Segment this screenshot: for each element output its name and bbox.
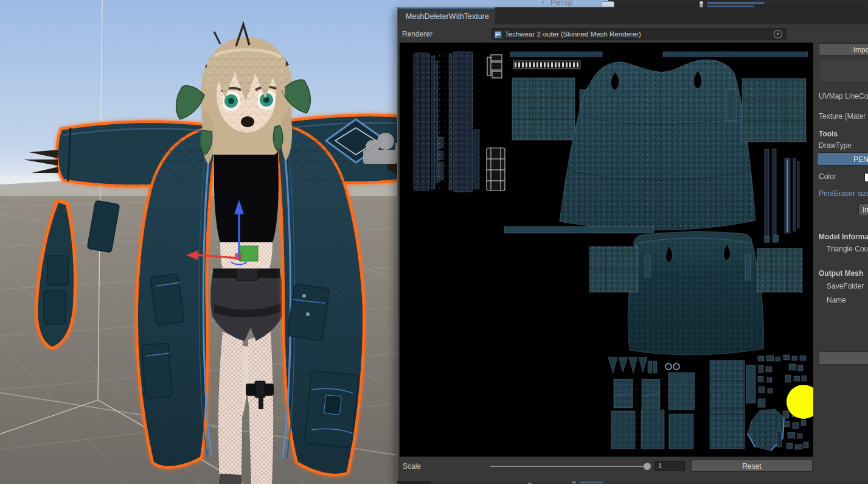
import-button[interactable]: Impo: [819, 43, 868, 55]
uv-panel: [589, 247, 638, 292]
uv-pennants: [608, 357, 657, 373]
hierarchy-item-text[interactable]: [580, 482, 603, 483]
scale-bar: Scale 1 Reset: [398, 457, 868, 475]
scene-render: [0, 0, 399, 484]
window-tab-bar: MeshDeleterWithTexture: [398, 7, 868, 24]
uv-map: [400, 43, 813, 457]
scene-sky-sliver: [397, 0, 608, 7]
renderer-row: Renderer Techwear 2-outer (Skinned Mesh …: [398, 24, 868, 45]
uv-thin-strip: [663, 52, 808, 57]
scene-view[interactable]: [0, 0, 399, 484]
renderer-object-value: Techwear 2-outer (Skinned Mesh Renderer): [505, 29, 641, 40]
texture-preview-box: [819, 58, 868, 83]
panel-divider: [397, 481, 431, 484]
hierarchy-item-text[interactable]: [707, 2, 765, 4]
scene-gizmo-axis-icon[interactable]: ‹: [542, 0, 544, 6]
savefolder-label: SaveFolder: [827, 282, 864, 290]
uv-small-rect: [726, 89, 736, 121]
unity-editor: ‹ Persp MeshDeleterWithTexture Renderer …: [0, 0, 868, 484]
uv-edge-strips: [765, 149, 799, 242]
scale-label: Scale: [403, 462, 421, 471]
pen-color-swatch[interactable]: [864, 173, 868, 182]
uv-panel: [742, 79, 806, 142]
texture-material-label: Texture (Mater: [819, 112, 866, 121]
name-label: Name: [827, 296, 846, 304]
renderer-object-field[interactable]: Techwear 2-outer (Skinned Mesh Renderer): [491, 28, 786, 40]
editor-bottom-strip: +: [397, 481, 868, 484]
mouth: [241, 116, 254, 127]
reset-button[interactable]: Reset: [691, 460, 813, 472]
action-button[interactable]: [819, 351, 868, 365]
uv-large-panel: [710, 360, 745, 449]
drawtype-label: DrawType: [819, 141, 852, 150]
scene-gizmo-cube-icon[interactable]: [601, 1, 614, 7]
uvmap-linecolor-label: UVMap LineCo: [819, 92, 868, 100]
gizmo-plane-handle[interactable]: [240, 246, 258, 261]
uv-hem-strip: [504, 226, 654, 233]
mesh-deleter-window: MeshDeleterWithTexture Renderer Techwear…: [397, 7, 868, 481]
uv-coat-lining: [628, 231, 763, 355]
scale-slider-track[interactable]: [490, 466, 647, 467]
uv-pocket-panels: [611, 373, 695, 449]
inverse-button[interactable]: Inv: [858, 203, 868, 216]
scale-slider-handle[interactable]: [644, 463, 651, 470]
model-information-header: Model Informa: [819, 233, 868, 241]
renderer-label: Renderer: [402, 30, 432, 38]
shoe-left: [219, 474, 241, 484]
uv-checkered-strip: [513, 61, 580, 69]
editor-top-strip: ‹ Persp: [397, 0, 868, 7]
add-icon[interactable]: +: [528, 481, 532, 484]
uv-ring: [665, 363, 672, 370]
uv-buckle-parts: [487, 55, 505, 191]
pen-eraser-size-label[interactable]: Pen/Eraser size: [819, 189, 868, 198]
output-mesh-header: Output Mesh: [819, 269, 863, 278]
tab-mesh-deleter-with-texture[interactable]: MeshDeleterWithTexture: [398, 7, 495, 24]
uv-thin-strip: [510, 52, 602, 57]
uv-small-panel: [746, 365, 755, 403]
tools-header: Tools: [819, 130, 838, 138]
uv-coat-outer: [560, 60, 755, 230]
skinned-mesh-renderer-icon: [495, 31, 502, 38]
uv-panel: [757, 248, 802, 292]
scale-value-field[interactable]: 1: [654, 461, 685, 471]
scene-gizmo-persp-label[interactable]: Persp: [550, 0, 572, 7]
triangle-count-label: Triangle Cou: [827, 245, 868, 253]
uv-ring: [673, 363, 679, 370]
color-label: Color: [819, 172, 836, 181]
uv-strap-strips: [414, 52, 479, 192]
object-picker-icon[interactable]: [774, 30, 782, 38]
uv-panel: [512, 78, 575, 140]
pen-tool-button[interactable]: PEN: [817, 152, 868, 166]
mesh-icon: [572, 482, 576, 483]
uv-texture-canvas[interactable]: [400, 43, 813, 457]
